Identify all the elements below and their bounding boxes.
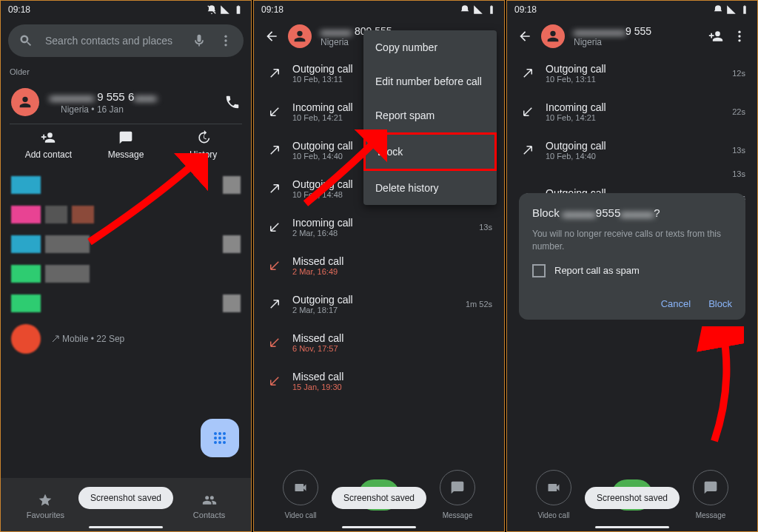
call-icon[interactable] (224, 94, 241, 110)
status-bar: 09:18 (254, 1, 504, 18)
battery-icon (233, 4, 244, 15)
call-row[interactable]: Incoming call10 Feb, 14:21 22s (513, 92, 751, 131)
call-direction-icon (266, 105, 284, 118)
svg-point-9 (214, 441, 217, 444)
context-menu: Copy number Edit number before call Repo… (363, 30, 497, 205)
menu-report-spam[interactable]: Report spam (363, 98, 497, 132)
menu-edit-number[interactable]: Edit number before call (363, 64, 497, 98)
menu-block[interactable]: Block (363, 132, 497, 171)
status-icons (207, 4, 244, 15)
battery-icon (739, 4, 750, 15)
call-direction-icon (266, 144, 284, 157)
avatar (288, 24, 312, 48)
contacts-list: Mobile • 22 Sep (1, 170, 251, 360)
message-button[interactable] (693, 470, 728, 505)
svg-point-2 (224, 44, 227, 46)
status-bar: 09:18 (507, 1, 757, 18)
nav-favourites[interactable]: Favourites (27, 493, 64, 519)
screen-block-dialog: 09:18 ▬▬▬▬▬9 555 Nigeria Outgoing call10… (506, 0, 758, 532)
dialpad-fab[interactable] (201, 419, 239, 457)
spam-checkbox[interactable]: Report call as spam (532, 264, 732, 277)
screenshot-toast: Screenshot saved (332, 487, 426, 509)
clock: 09:18 (261, 4, 284, 15)
svg-point-7 (218, 437, 221, 440)
screen-call-history: 09:18 ▬▬▬ 809 555 Nigeria Outgoing call1… (253, 0, 505, 532)
message-button[interactable]: Message (87, 130, 165, 160)
svg-point-3 (214, 432, 217, 435)
block-button[interactable]: Block (708, 298, 732, 309)
dnd-icon (207, 4, 217, 15)
avatar (11, 88, 39, 116)
call-row[interactable]: Outgoing call10 Feb, 13:11 12s (513, 54, 751, 92)
avatar (541, 24, 565, 48)
svg-point-4 (218, 432, 221, 435)
search-icon (19, 33, 33, 48)
call-row[interactable]: Missed call2 Mar, 16:49 (260, 246, 498, 285)
call-direction-icon (519, 67, 537, 80)
svg-point-6 (214, 437, 217, 440)
menu-delete-history[interactable]: Delete history (363, 171, 497, 205)
history-header: ▬▬▬▬▬9 555 Nigeria (507, 18, 757, 54)
svg-point-14 (738, 39, 740, 41)
menu-copy-number[interactable]: Copy number (363, 30, 497, 64)
call-row[interactable]: Missed call6 Nov, 17:57 (260, 323, 498, 362)
svg-point-1 (224, 39, 227, 41)
nav-contacts[interactable]: Contacts (193, 493, 225, 519)
gesture-bar (89, 526, 163, 528)
add-contact-button[interactable]: Add contact (10, 130, 87, 160)
block-dialog: Block ▬▬▬9555▬▬▬? You will no longer rec… (519, 193, 745, 320)
more-icon[interactable] (732, 29, 747, 44)
screenshot-toast: Screenshot saved (78, 487, 173, 509)
call-row[interactable]: Missed call15 Jan, 19:30 (260, 362, 498, 400)
video-call-button[interactable] (536, 470, 571, 505)
svg-point-11 (223, 441, 226, 444)
clock: 09:18 (8, 4, 30, 15)
call-direction-icon (266, 374, 284, 388)
svg-point-0 (224, 36, 227, 38)
screen-recents: 09:18 Search contacts and places Older ▬… (0, 0, 252, 532)
section-older: Older (1, 63, 251, 81)
call-row[interactable]: Outgoing call10 Feb, 14:40 13s (513, 131, 751, 169)
gesture-bar (342, 526, 416, 528)
add-contact-icon[interactable] (708, 29, 723, 44)
signal-icon (473, 4, 483, 15)
contact-actions: Add contact Message History (10, 124, 242, 167)
call-direction-icon (266, 67, 284, 80)
call-direction-icon (266, 220, 284, 234)
history-button[interactable]: History (164, 130, 242, 160)
contact-info: ▬▬▬▬ 9 555 6▬▬ Nigeria • 16 Jan (50, 90, 214, 115)
search-bar[interactable]: Search contacts and places (8, 24, 244, 57)
call-direction-icon (519, 105, 537, 118)
screenshot-toast: Screenshot saved (585, 487, 680, 509)
svg-point-8 (223, 437, 226, 440)
gesture-bar (595, 526, 669, 528)
message-button[interactable] (440, 470, 475, 505)
call-direction-icon (266, 259, 284, 272)
call-direction-icon (519, 144, 537, 157)
status-bar: 09:18 (1, 1, 251, 18)
svg-point-13 (738, 35, 740, 37)
svg-point-12 (738, 31, 740, 33)
call-direction-icon (266, 297, 284, 311)
annotation-arrow (692, 326, 744, 445)
call-direction-icon (266, 182, 284, 195)
dialog-body: You will no longer receive calls or text… (532, 228, 732, 254)
signal-icon (726, 4, 737, 15)
call-direction-icon (266, 336, 284, 349)
checkbox-icon (532, 264, 546, 277)
video-call-button[interactable] (283, 470, 318, 505)
dnd-icon (460, 4, 470, 15)
list-item[interactable]: Mobile • 22 Sep (1, 318, 251, 360)
call-list: Outgoing call10 Feb, 13:11 12s Incoming … (507, 54, 757, 169)
clock: 09:18 (514, 4, 537, 15)
more-icon[interactable] (218, 33, 233, 48)
svg-point-5 (223, 432, 226, 435)
back-icon[interactable] (517, 29, 532, 44)
cancel-button[interactable]: Cancel (661, 298, 691, 309)
call-row[interactable]: Outgoing call2 Mar, 18:17 1m 52s (260, 285, 498, 323)
svg-point-10 (218, 441, 221, 444)
mic-icon[interactable] (192, 33, 207, 48)
back-icon[interactable] (264, 29, 279, 44)
contact-card[interactable]: ▬▬▬▬ 9 555 6▬▬ Nigeria • 16 Jan (1, 81, 251, 124)
call-row[interactable]: Incoming call2 Mar, 16:48 13s (260, 208, 498, 246)
